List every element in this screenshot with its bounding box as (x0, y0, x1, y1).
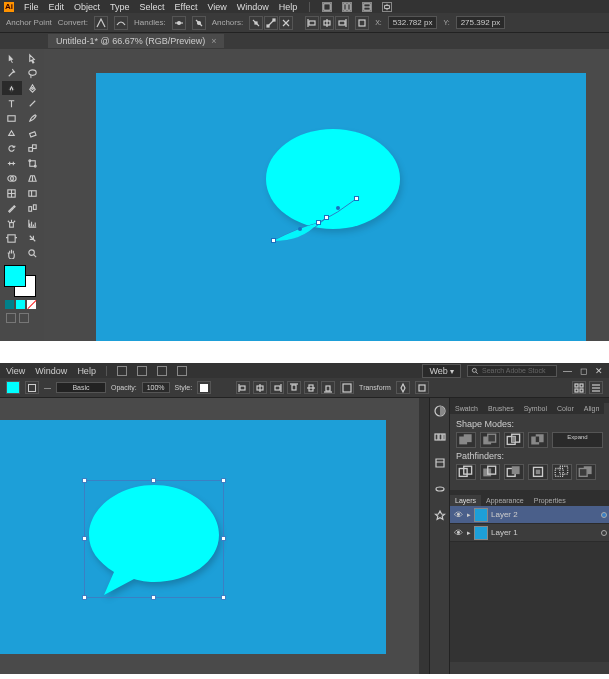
handle-point[interactable] (298, 227, 302, 231)
panel-tab[interactable]: Symbol (519, 403, 552, 414)
menu-effect[interactable]: Effect (175, 2, 198, 12)
libraries-icon[interactable] (433, 456, 447, 470)
type-tool[interactable] (2, 96, 22, 110)
transform-label[interactable]: Transform (359, 384, 391, 391)
resize-handle[interactable] (221, 595, 226, 600)
document-tab[interactable]: Untitled-1* @ 66.67% (RGB/Preview) × (48, 34, 224, 48)
resize-handle[interactable] (82, 478, 87, 483)
resize-handle[interactable] (82, 595, 87, 600)
none-mode-icon[interactable] (27, 300, 36, 309)
gradient-mode-icon[interactable] (16, 300, 25, 309)
pen-tool[interactable] (2, 81, 22, 95)
symbol-sprayer-tool[interactable] (2, 216, 22, 230)
divide-button[interactable] (456, 464, 476, 480)
color-swatch[interactable] (4, 265, 36, 297)
shaper-tool[interactable] (2, 126, 22, 140)
align-icon[interactable] (236, 381, 250, 394)
menu-file[interactable]: File (24, 2, 39, 12)
isolate-icon[interactable] (396, 381, 410, 394)
shape-builder-tool[interactable] (2, 171, 22, 185)
show-handles-icon[interactable] (172, 16, 186, 30)
stroke-style-dropdown[interactable]: Basic (56, 382, 106, 393)
align-left-icon[interactable] (305, 16, 319, 30)
panel-icon[interactable] (572, 381, 586, 394)
screen-mode-icon-2[interactable] (19, 313, 29, 323)
symbols-icon[interactable] (433, 508, 447, 522)
remove-anchor-icon[interactable] (249, 16, 263, 30)
shape-icon[interactable] (340, 381, 354, 394)
artboard[interactable] (0, 420, 386, 654)
gpu-icon[interactable] (382, 2, 392, 12)
arrange-icon-3[interactable] (157, 366, 167, 376)
lasso-tool[interactable] (23, 66, 43, 80)
align-icon[interactable] (287, 381, 301, 394)
workspace-dropdown[interactable]: Web ▾ (422, 364, 461, 378)
perspective-tool[interactable] (23, 171, 43, 185)
selection-bounding-box[interactable] (84, 480, 224, 598)
panel-tab[interactable]: Brushes (483, 403, 519, 414)
panel-tab[interactable]: Appearance (481, 495, 529, 506)
visibility-icon[interactable]: 👁 (452, 528, 464, 538)
panel-tab[interactable]: Swatch (450, 403, 483, 414)
arrange-doc-icon[interactable] (322, 2, 332, 12)
connect-anchor-icon[interactable] (264, 16, 278, 30)
align-right-icon[interactable] (335, 16, 349, 30)
x-value[interactable]: 532.782 px (388, 16, 438, 29)
layer-name[interactable]: Layer 2 (491, 510, 598, 519)
color-mode-icon[interactable] (5, 300, 14, 309)
layer-row[interactable]: 👁 ▸ Layer 1 (450, 524, 609, 542)
menu-object[interactable]: Object (74, 2, 100, 12)
handle-point[interactable] (336, 206, 340, 210)
arrange-doc-icon-2[interactable] (342, 2, 352, 12)
align-icon[interactable] (321, 381, 335, 394)
graph-tool[interactable] (23, 216, 43, 230)
expand-arrow-icon[interactable]: ▸ (467, 511, 471, 519)
anchor-point[interactable] (316, 220, 321, 225)
resize-handle[interactable] (221, 536, 226, 541)
menu-window[interactable]: Window (35, 366, 67, 376)
zoom-tool[interactable] (23, 246, 43, 260)
magic-wand-tool[interactable] (2, 66, 22, 80)
maximize-icon[interactable]: ◻ (580, 366, 587, 376)
menu-view[interactable]: View (207, 2, 226, 12)
outline-button[interactable] (552, 464, 572, 480)
y-value[interactable]: 275.392 px (456, 16, 506, 29)
expand-button[interactable]: Expand (552, 432, 603, 448)
blend-tool[interactable] (23, 201, 43, 215)
resize-handle[interactable] (151, 595, 156, 600)
close-tab-icon[interactable]: × (211, 36, 216, 46)
brushes-icon[interactable] (433, 482, 447, 496)
canvas-area[interactable] (44, 49, 609, 341)
selection-indicator[interactable] (601, 512, 607, 518)
artboard[interactable] (96, 73, 586, 341)
line-tool[interactable] (23, 96, 43, 110)
width-tool[interactable] (2, 156, 22, 170)
direct-selection-tool[interactable] (23, 51, 43, 65)
close-icon[interactable]: ✕ (595, 366, 603, 376)
menu-view[interactable]: View (6, 366, 25, 376)
panel-tab-layers[interactable]: Layers (450, 495, 481, 506)
exclude-button[interactable] (528, 432, 548, 448)
gpu-icon[interactable] (177, 366, 187, 376)
panel-tab-pathfinder[interactable]: Pathfinder (604, 403, 609, 414)
curvature-tool[interactable] (23, 81, 43, 95)
screen-mode-icon[interactable] (6, 313, 16, 323)
artboard-tool[interactable] (2, 231, 22, 245)
visibility-icon[interactable]: 👁 (452, 510, 464, 520)
panel-tab[interactable]: Align (579, 403, 605, 414)
eraser-tool[interactable] (23, 126, 43, 140)
convert-smooth-icon[interactable] (114, 16, 128, 30)
cut-anchor-icon[interactable] (279, 16, 293, 30)
speech-bubble-tail-path[interactable] (268, 193, 368, 253)
align-icon[interactable] (270, 381, 284, 394)
layer-name[interactable]: Layer 1 (491, 528, 598, 537)
search-field[interactable]: Search Adobe Stock (467, 365, 557, 377)
arrange-icon[interactable] (117, 366, 127, 376)
panel-tab[interactable]: Properties (529, 495, 571, 506)
app-logo[interactable]: Ai (4, 2, 14, 12)
menu-select[interactable]: Select (140, 2, 165, 12)
intersect-button[interactable] (504, 432, 524, 448)
mesh-tool[interactable] (2, 186, 22, 200)
crop-button[interactable] (528, 464, 548, 480)
minus-front-button[interactable] (480, 432, 500, 448)
